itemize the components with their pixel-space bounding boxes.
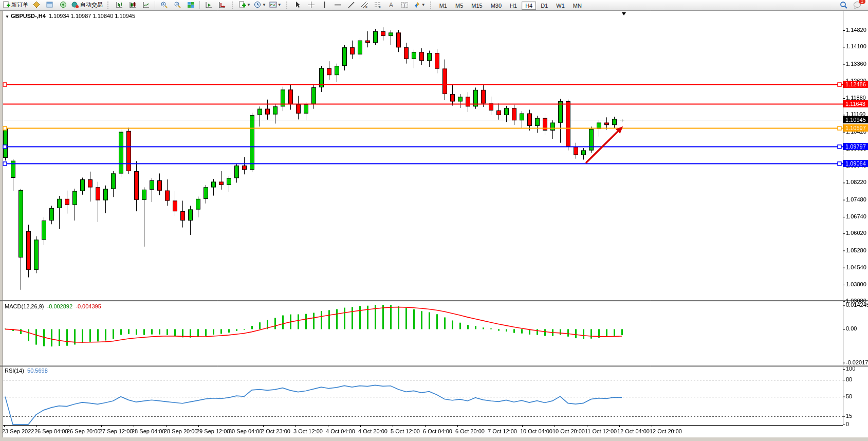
arrows-button[interactable]: ▼: [412, 0, 427, 10]
bar-chart-icon: [116, 1, 123, 9]
fibonacci-button[interactable]: F: [372, 0, 385, 10]
arrows-icon: [413, 1, 421, 9]
dropdown-caret: ▼: [278, 3, 282, 7]
crosshair-button[interactable]: [305, 0, 318, 10]
equidistant-channel-button[interactable]: E: [358, 0, 372, 10]
auto-trading-button[interactable]: 自动交易: [70, 0, 104, 10]
data-window-icon: [46, 1, 54, 9]
toolbar-separator: [155, 1, 155, 9]
cursor-button[interactable]: [291, 0, 305, 10]
chat-button[interactable]: 1: [851, 0, 864, 10]
new-order-label: 新订单: [11, 1, 28, 9]
dropdown-caret: ▼: [421, 3, 426, 7]
templates-button[interactable]: ▼: [268, 0, 283, 10]
templates-icon: [269, 1, 277, 9]
chart-canvas[interactable]: [0, 0, 868, 441]
cursor-icon: [294, 1, 302, 9]
horizontal-line-button[interactable]: [331, 0, 345, 10]
periods-clock-icon: [254, 1, 262, 9]
timeframe-H4[interactable]: H4: [522, 2, 536, 10]
text-button[interactable]: A: [385, 0, 398, 10]
timeframe-M1[interactable]: M1: [436, 2, 451, 10]
auto-trading-label: 自动交易: [80, 1, 103, 9]
timeframe-H1[interactable]: H1: [506, 2, 521, 10]
auto-scroll-button[interactable]: [215, 0, 229, 10]
timeframe-group: M1M5M15M30H1H4D1W1MN: [435, 1, 586, 10]
candlestick-chart-icon: [129, 1, 137, 9]
timeframe-M5[interactable]: M5: [452, 2, 467, 10]
terminal-icon: [60, 1, 67, 9]
auto-scroll-icon: [218, 1, 226, 9]
toolbar-grip: [232, 2, 235, 9]
timeframe-W1[interactable]: W1: [552, 2, 568, 10]
dropdown-caret: ▼: [247, 3, 251, 7]
line-chart-icon: [142, 1, 150, 9]
chart-shift-icon: [205, 1, 213, 9]
search-button[interactable]: [837, 0, 851, 10]
timeframe-M30[interactable]: M30: [487, 2, 505, 10]
toolbar-grip: [286, 2, 289, 9]
crosshair-icon: [307, 1, 315, 9]
timeframe-D1[interactable]: D1: [537, 2, 551, 10]
zoom-out-button[interactable]: [171, 0, 184, 10]
terminal-button[interactable]: [57, 0, 70, 10]
text-icon: A: [387, 1, 395, 9]
text-label-button[interactable]: T: [398, 0, 412, 10]
mt4-window: 新订单 自动交易: [0, 0, 868, 441]
toolbar-right: 1: [837, 0, 864, 10]
fibonacci-icon: F: [374, 1, 382, 9]
svg-text:F: F: [379, 6, 381, 9]
horizontal-line-icon: [334, 1, 342, 9]
toolbar-separator: [199, 1, 200, 9]
periods-button[interactable]: ▼: [252, 0, 268, 10]
search-icon: [840, 1, 848, 9]
equidistant-channel-icon: E: [361, 1, 368, 9]
market-watch-icon: [33, 1, 41, 9]
new-order-button[interactable]: 新订单: [1, 0, 30, 10]
new-order-icon: [3, 1, 10, 9]
vertical-line-button[interactable]: [318, 0, 331, 10]
auto-trading-icon: [71, 1, 79, 9]
data-window-button[interactable]: [43, 0, 57, 10]
line-chart-button[interactable]: [139, 0, 153, 10]
timeframe-MN[interactable]: MN: [569, 2, 585, 10]
vertical-line-icon: [321, 1, 328, 9]
svg-text:E: E: [365, 6, 367, 9]
text-label-icon: T: [401, 1, 409, 9]
market-watch-button[interactable]: [30, 0, 43, 10]
notification-badge: 1: [859, 0, 865, 4]
indicators-button[interactable]: ▼: [237, 0, 252, 10]
indicators-icon: [238, 1, 246, 9]
tile-windows-icon: [187, 1, 195, 9]
timeframe-M15[interactable]: M15: [468, 2, 486, 10]
zoom-in-button[interactable]: [157, 0, 171, 10]
zoom-out-icon: [174, 1, 181, 9]
svg-text:A: A: [389, 2, 393, 9]
zoom-in-icon: [160, 1, 168, 9]
bar-chart-button[interactable]: [113, 0, 126, 10]
chart-shift-button[interactable]: [202, 0, 215, 10]
toolbar-grip: [430, 2, 433, 9]
toolbar: 新订单 自动交易: [0, 0, 868, 10]
trendline-icon: [347, 1, 355, 9]
svg-text:T: T: [403, 3, 407, 8]
candlestick-chart-button[interactable]: [126, 0, 139, 10]
tile-windows-button[interactable]: [184, 0, 197, 10]
dropdown-caret: ▼: [262, 3, 266, 7]
toolbar-grip: [107, 2, 110, 9]
trendline-button[interactable]: [345, 0, 358, 10]
